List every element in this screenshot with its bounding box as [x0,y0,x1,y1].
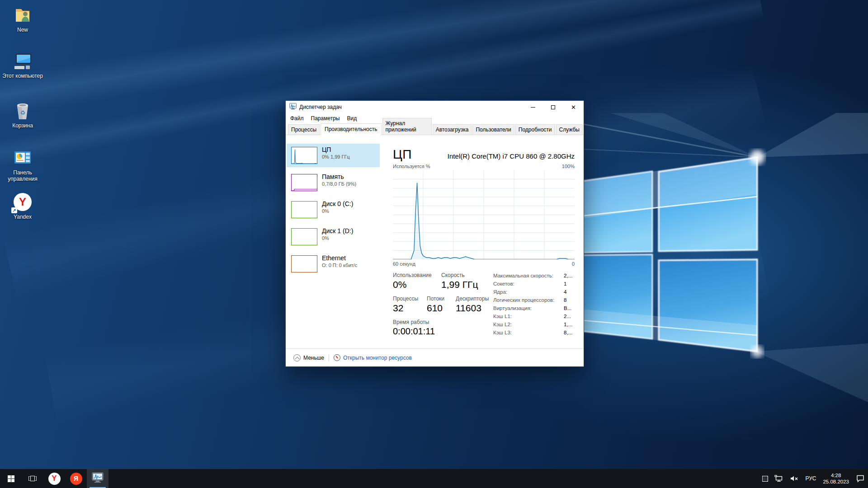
window-footer: Меньше Открыть монитор ресурсов [286,348,584,366]
sidebar-item-title: Память [322,173,356,180]
taskbar-yandex-app[interactable]: Я [65,469,87,488]
sidebar-item-title: Диск 0 (C:) [322,200,353,207]
hidden-icons-grid-icon [762,476,768,482]
task-manager-icon [92,472,104,485]
recycle-bin-icon: ♻ [12,100,33,121]
stat-handles: Дескрипторы 11603 [456,296,489,314]
desktop-icon-recycle-bin[interactable]: ♻ Корзина [1,100,44,129]
graph-x-right: 0 [572,261,575,267]
resource-monitor-icon [334,354,340,361]
maximize-icon [551,105,555,109]
chevron-up-circle-icon [293,354,301,361]
ethernet-mini-graph [291,255,317,272]
start-button[interactable] [0,469,22,488]
spec-row: Кэш L1:2... [493,314,575,322]
sidebar-item-title: ЦП [322,146,350,153]
tab-app-history[interactable]: Журнал приложений [382,118,432,135]
taskbar-yandex-browser[interactable]: Y [43,469,65,488]
tab-services[interactable]: Службы [556,124,583,135]
tab-users[interactable]: Пользователи [472,124,514,135]
shortcut-arrow-icon: ↗ [11,207,17,213]
sidebar-item-value: 0% [322,235,353,241]
tray-volume[interactable] [787,469,802,488]
spec-row: Логических процессоров:8 [493,297,575,305]
tab-details[interactable]: Подробности [515,124,555,135]
desktop-icon-yandex[interactable]: Y ↗ Yandex [1,192,44,220]
tab-performance[interactable]: Производительность [321,123,381,135]
desktop-icon-label: Yandex [1,214,44,220]
taskbar: Y Я [0,469,868,488]
cpu-spec-list: Максимальная скорость:2,... Сокетов:1 Яд… [493,273,575,338]
cpu-usage-graph [393,170,575,259]
stat-usage: Использование 0% [393,272,432,290]
minimize-button[interactable] [523,101,543,113]
desktop-icon-new-folder[interactable]: New [1,5,44,33]
action-center-button[interactable] [853,469,868,488]
network-icon [774,475,783,482]
sidebar-item-title: Диск 1 (D:) [322,227,353,235]
control-panel-icon [12,147,33,168]
memory-mini-graph [291,174,317,191]
sidebar-item-memory[interactable]: Память 0,7/8,0 ГБ (9%) [287,171,380,194]
menu-file[interactable]: Файл [287,114,307,123]
tab-startup[interactable]: Автозагрузка [433,124,472,135]
svg-text:♻: ♻ [20,109,25,116]
desktop-icon-label: Этот компьютер [1,73,44,79]
fewer-details-button[interactable]: Меньше [293,354,324,361]
cpu-heading: ЦП [393,147,412,162]
stat-uptime: Время работы 0:00:01:11 [393,319,435,337]
sidebar-item-disk1[interactable]: Диск 1 (D:) 0% [287,225,380,249]
graph-x-left: 60 секунд [393,261,415,267]
graph-y-label: Используется % [393,164,430,169]
stat-threads: Потоки 610 [427,296,444,314]
yandex-browser-icon: Y [48,473,61,485]
menu-options[interactable]: Параметры [307,114,344,123]
desktop-icon-label: New [1,27,44,33]
sidebar-item-ethernet[interactable]: Ethernet О: 0 П: 0 кбит/с [287,252,380,276]
cpu-detail-panel: ЦП Intel(R) Core(TM) i7 CPU 860 @ 2.80GH… [393,136,575,348]
tab-strip: Процессы Производительность Журнал прило… [286,123,584,135]
close-icon: ✕ [571,104,576,110]
sidebar-item-cpu[interactable]: ЦП 0% 1,99 ГГц [287,144,380,167]
stat-speed: Скорость 1,99 ГГц [441,272,478,290]
task-manager-icon [289,103,297,112]
svg-text:Y: Y [19,196,26,208]
desktop-icon-control-panel[interactable]: Панель управления [1,147,44,182]
spec-row: Кэш L2:1,... [493,322,575,330]
footer-divider [329,354,329,361]
sidebar-item-value: 0% 1,99 ГГц [322,154,350,160]
menu-view[interactable]: Вид [343,114,360,123]
system-tray: РУС 4:28 25.08.2023 [759,469,868,488]
desktop-icon-label: Корзина [1,122,44,129]
minimize-icon [531,107,535,108]
spec-row: Ядра:4 [493,289,575,297]
tray-network[interactable] [771,469,787,488]
yandex-browser-icon: Y ↗ [12,192,33,212]
disk0-mini-graph [291,201,317,218]
sidebar-item-value: 0,7/8,0 ГБ (9%) [322,181,356,187]
cpu-mini-graph [291,147,317,164]
shared-folder-icon [12,5,33,25]
windows-start-icon [8,475,14,482]
maximize-button[interactable] [543,101,563,113]
cpu-model: Intel(R) Core(TM) i7 CPU 860 @ 2.80GHz [448,152,575,160]
tray-time: 4:28 [823,472,849,479]
spec-row: Максимальная скорость:2,... [493,273,575,281]
sidebar-item-value: 0% [322,208,353,214]
desktop-icon-this-pc[interactable]: Этот компьютер [1,51,44,79]
close-button[interactable]: ✕ [563,101,584,113]
menu-bar: Файл Параметры Вид [286,113,584,123]
sidebar-item-disk0[interactable]: Диск 0 (C:) 0% [287,198,380,221]
tray-language[interactable]: РУС [802,469,819,488]
window-title: Диспетчер задач [299,104,523,110]
open-resource-monitor-link[interactable]: Открыть монитор ресурсов [343,355,412,361]
task-view-button[interactable] [22,469,43,488]
tray-hidden-icons[interactable] [759,469,771,488]
window-titlebar[interactable]: Диспетчер задач ✕ [286,101,584,113]
taskbar-task-manager[interactable] [87,469,108,488]
sidebar-item-title: Ethernet [322,254,357,262]
tray-clock[interactable]: 4:28 25.08.2023 [819,472,853,485]
tab-processes[interactable]: Процессы [288,124,320,135]
spec-row: Кэш L3:8,... [493,330,575,338]
desktop-icon-label: Панель управления [1,169,44,182]
